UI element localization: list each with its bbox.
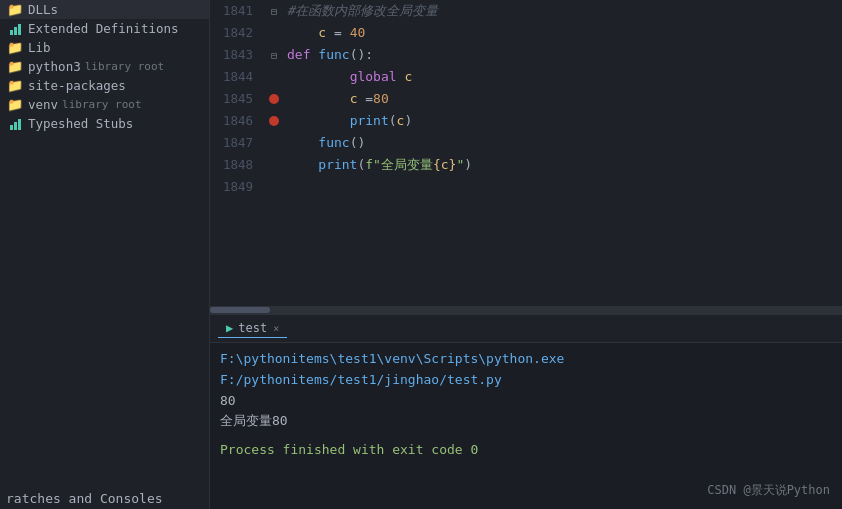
- line-content[interactable]: #在函数内部修改全局变量: [283, 0, 842, 22]
- line-content: [283, 176, 842, 198]
- sidebar-item-sublabel: library root: [62, 98, 141, 111]
- sidebar: 📁 DLLs Extended Definitions 📁 Lib 📁 pyth…: [0, 0, 210, 509]
- line-gutter: [265, 176, 283, 198]
- bar-chart-icon: [6, 22, 24, 36]
- folder-icon: 📁: [6, 79, 24, 93]
- terminal-icon: ▶: [226, 321, 233, 335]
- line-content[interactable]: c = 40: [283, 22, 842, 44]
- sidebar-item-python3[interactable]: 📁 python3 library root: [0, 57, 209, 76]
- sidebar-bottom-item[interactable]: ratches and Consoles: [0, 488, 209, 509]
- terminal-empty-line: [220, 432, 832, 440]
- terminal-tab-close[interactable]: ×: [273, 323, 279, 334]
- terminal-line-output2: 全局变量80: [220, 411, 832, 432]
- main-content: 1841 ⊟ #在函数内部修改全局变量 1842 c = 40 1843 ⊟ d…: [210, 0, 842, 509]
- folder-icon: 📁: [6, 3, 24, 17]
- line-gutter: [265, 22, 283, 44]
- line-content[interactable]: def func():: [283, 44, 842, 66]
- sidebar-item-label: site-packages: [28, 78, 126, 93]
- sidebar-item-site-packages[interactable]: 📁 site-packages: [0, 76, 209, 95]
- breakpoint-icon[interactable]: [269, 116, 279, 126]
- terminal-panel: ▶ test × F:\pythonitems\test1\venv\Scrip…: [210, 314, 842, 509]
- terminal-line-path: F:\pythonitems\test1\venv\Scripts\python…: [220, 349, 832, 391]
- line-number: 1844: [210, 66, 265, 88]
- line-content[interactable]: global c: [283, 66, 842, 88]
- sidebar-item-label: python3: [28, 59, 81, 74]
- line-number: 1847: [210, 132, 265, 154]
- line-number: 1848: [210, 154, 265, 176]
- line-gutter: ⊟: [265, 0, 283, 22]
- line-number: 1843: [210, 44, 265, 66]
- terminal-exit-text: Process finished with exit code 0: [220, 442, 478, 457]
- line-content[interactable]: c =80: [283, 88, 842, 110]
- sidebar-item-dlls[interactable]: 📁 DLLs: [0, 0, 209, 19]
- fold-open-icon: ⊟: [271, 50, 277, 61]
- fold-icon: ⊟: [271, 6, 277, 17]
- line-number: 1849: [210, 176, 265, 198]
- terminal-wrapper: F:\pythonitems\test1\venv\Scripts\python…: [210, 343, 842, 509]
- code-line-1847: 1847 func(): [210, 132, 842, 154]
- terminal-line-output1: 80: [220, 391, 832, 412]
- line-gutter: [265, 132, 283, 154]
- sidebar-item-sublabel: library root: [85, 60, 164, 73]
- breakpoint-icon[interactable]: [269, 94, 279, 104]
- terminal-tab-label: test: [238, 321, 267, 335]
- code-line-1841: 1841 ⊟ #在函数内部修改全局变量: [210, 0, 842, 22]
- line-number: 1842: [210, 22, 265, 44]
- terminal-tab-bar: ▶ test ×: [210, 315, 842, 343]
- bar-chart-icon: [6, 117, 24, 131]
- terminal-output-global: 全局变量80: [220, 413, 288, 428]
- line-content[interactable]: print(f"全局变量{c}"): [283, 154, 842, 176]
- line-number: 1845: [210, 88, 265, 110]
- terminal-tab-test[interactable]: ▶ test ×: [218, 319, 287, 338]
- sidebar-item-label: DLLs: [28, 2, 58, 17]
- editor-scrollbar[interactable]: [210, 306, 842, 314]
- editor-scrollbar-thumb[interactable]: [210, 307, 270, 313]
- line-gutter: [265, 154, 283, 176]
- sidebar-item-lib[interactable]: 📁 Lib: [0, 38, 209, 57]
- sidebar-item-venv[interactable]: 📁 venv library root: [0, 95, 209, 114]
- code-lines: 1841 ⊟ #在函数内部修改全局变量 1842 c = 40 1843 ⊟ d…: [210, 0, 842, 306]
- sidebar-item-label: Extended Definitions: [28, 21, 179, 36]
- line-gutter: [265, 110, 283, 132]
- code-line-1843: 1843 ⊟ def func():: [210, 44, 842, 66]
- code-line-1846: 1846 print(c): [210, 110, 842, 132]
- terminal-line-exit: Process finished with exit code 0: [220, 440, 832, 461]
- sidebar-item-label: Lib: [28, 40, 51, 55]
- sidebar-bottom-label: ratches and Consoles: [6, 491, 163, 506]
- folder-icon: 📁: [6, 41, 24, 55]
- folder-icon: 📁: [6, 60, 24, 74]
- code-line-1849: 1849: [210, 176, 842, 198]
- line-content[interactable]: func(): [283, 132, 842, 154]
- code-line-1845: 1845 c =80: [210, 88, 842, 110]
- line-content[interactable]: print(c): [283, 110, 842, 132]
- line-number: 1841: [210, 0, 265, 22]
- code-line-1842: 1842 c = 40: [210, 22, 842, 44]
- watermark: CSDN @景天说Python: [707, 482, 830, 499]
- sidebar-item-typeshed-stubs[interactable]: Typeshed Stubs: [0, 114, 209, 133]
- line-gutter: [265, 66, 283, 88]
- line-number: 1846: [210, 110, 265, 132]
- line-gutter: [265, 88, 283, 110]
- terminal-output-80: 80: [220, 393, 236, 408]
- code-line-1848: 1848 print(f"全局变量{c}"): [210, 154, 842, 176]
- code-editor: 1841 ⊟ #在函数内部修改全局变量 1842 c = 40 1843 ⊟ d…: [210, 0, 842, 314]
- line-gutter: ⊟: [265, 44, 283, 66]
- sidebar-item-extended-defs[interactable]: Extended Definitions: [0, 19, 209, 38]
- folder-icon: 📁: [6, 98, 24, 112]
- sidebar-item-label: Typeshed Stubs: [28, 116, 133, 131]
- code-line-1844: 1844 global c: [210, 66, 842, 88]
- sidebar-item-label: venv: [28, 97, 58, 112]
- terminal-path-text: F:\pythonitems\test1\venv\Scripts\python…: [220, 351, 564, 387]
